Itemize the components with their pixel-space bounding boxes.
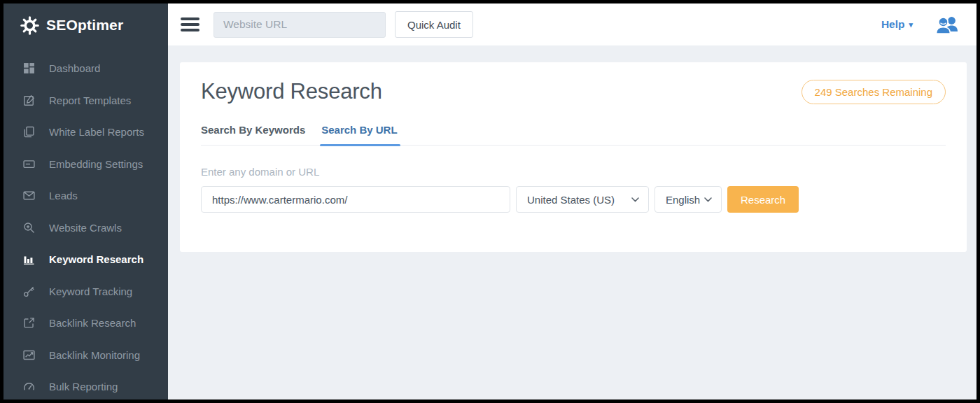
sidebar-item-website-crawls[interactable]: Website Crawls xyxy=(4,212,168,244)
country-select[interactable]: United States (US) xyxy=(516,186,649,213)
sidebar-item-report-templates[interactable]: Report Templates xyxy=(4,85,168,117)
app-window: SEOptimer Dashboard xyxy=(4,3,976,400)
account-users-icon[interactable] xyxy=(934,15,960,34)
sidebar-item-leads[interactable]: Leads xyxy=(4,180,168,212)
sidebar-item-keyword-tracking[interactable]: Keyword Tracking xyxy=(4,276,168,308)
logo[interactable]: SEOptimer xyxy=(4,3,168,47)
help-label: Help xyxy=(881,18,905,31)
logo-text: SEOptimer xyxy=(46,17,123,34)
language-select-value: English xyxy=(666,194,700,206)
sidebar-item-label: White Label Reports xyxy=(49,126,144,138)
sidebar-item-bulk-reporting[interactable]: Bulk Reporting xyxy=(4,371,168,400)
chevron-down-icon xyxy=(704,197,712,202)
key-icon xyxy=(22,285,35,297)
sidebar-nav: Dashboard Report Templates xyxy=(4,47,168,400)
research-button[interactable]: Research xyxy=(727,186,799,213)
keyword-research-card: Keyword Research 249 Searches Remaining … xyxy=(180,62,967,252)
sidebar-item-label: Website Crawls xyxy=(49,222,122,234)
sidebar-item-backlink-monitoring[interactable]: Backlink Monitoring xyxy=(4,339,168,372)
sidebar-item-label: Backlink Monitoring xyxy=(49,349,140,361)
search-form: United States (US) English Re xyxy=(201,186,946,213)
sidebar-item-embedding-settings[interactable]: Embedding Settings xyxy=(4,148,168,181)
sidebar-item-label: Keyword Research xyxy=(49,253,144,265)
help-dropdown[interactable]: Help ▾ xyxy=(881,18,913,31)
seoptimer-gear-icon xyxy=(20,16,39,35)
pencil-square-icon xyxy=(22,94,35,106)
sidebar: SEOptimer Dashboard xyxy=(4,3,168,400)
tabs: Search By Keywords Search By URL xyxy=(201,124,946,146)
language-select[interactable]: English xyxy=(654,186,722,213)
copy-pages-icon xyxy=(22,126,35,139)
sidebar-item-white-label-reports[interactable]: White Label Reports xyxy=(4,116,168,148)
card-header: Keyword Research 249 Searches Remaining xyxy=(201,62,946,104)
hamburger-menu-icon[interactable] xyxy=(181,17,200,31)
sidebar-item-label: Keyword Tracking xyxy=(49,285,132,297)
sidebar-item-backlink-research[interactable]: Backlink Research xyxy=(4,307,168,339)
sidebar-item-dashboard[interactable]: Dashboard xyxy=(4,52,168,85)
caret-down-icon: ▾ xyxy=(909,21,913,29)
domain-url-input[interactable] xyxy=(201,186,510,213)
domain-input-label: Enter any domain or URL xyxy=(201,166,946,178)
sidebar-item-keyword-research[interactable]: Keyword Research xyxy=(4,243,168,276)
sidebar-item-label: Dashboard xyxy=(49,62,100,74)
tab-search-by-keywords[interactable]: Search By Keywords xyxy=(201,124,305,145)
embed-card-icon xyxy=(22,157,35,170)
content-area: Quick Audit Help ▾ Keyword Research 249 … xyxy=(168,3,976,400)
line-chart-icon xyxy=(22,348,35,361)
topbar: Quick Audit Help ▾ xyxy=(168,3,976,45)
sidebar-item-label: Backlink Research xyxy=(49,317,136,329)
sidebar-item-label: Bulk Reporting xyxy=(49,381,118,393)
envelope-icon xyxy=(22,190,35,202)
page-title: Keyword Research xyxy=(201,79,382,104)
dashboard-grid-icon xyxy=(22,62,35,75)
sidebar-item-label: Leads xyxy=(49,190,78,202)
searches-remaining-badge: 249 Searches Remaining xyxy=(802,80,946,104)
sidebar-item-label: Report Templates xyxy=(49,94,131,106)
bar-chart-icon xyxy=(22,253,35,266)
sidebar-item-label: Embedding Settings xyxy=(49,158,143,170)
external-link-icon xyxy=(22,317,35,330)
quick-audit-button[interactable]: Quick Audit xyxy=(395,11,473,38)
tab-search-by-url[interactable]: Search By URL xyxy=(321,124,397,145)
country-select-value: United States (US) xyxy=(527,194,615,206)
gauge-icon xyxy=(22,381,35,393)
website-url-input[interactable] xyxy=(214,12,386,38)
magnifier-plus-icon xyxy=(22,221,35,234)
chevron-down-icon xyxy=(631,197,639,202)
